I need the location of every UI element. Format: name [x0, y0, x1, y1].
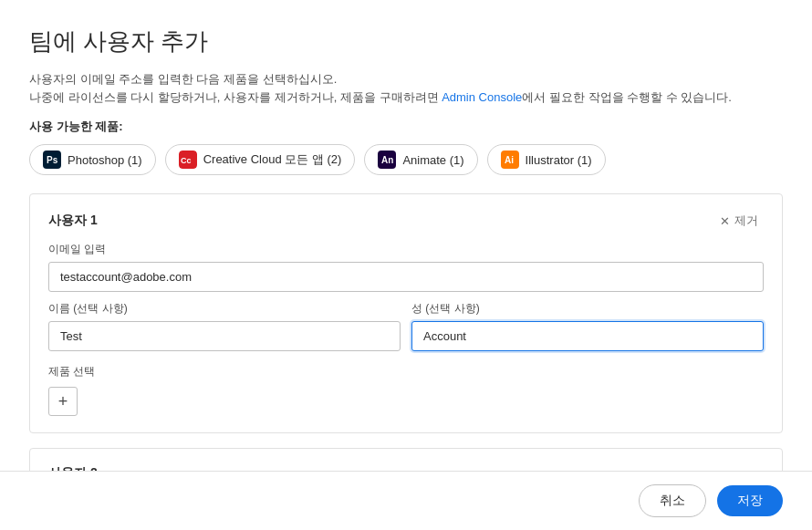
product-chip-ai[interactable]: Ai Illustrator (1): [487, 144, 606, 175]
svg-text:An: An: [381, 155, 393, 165]
plus-icon: +: [58, 393, 68, 410]
product-cc-label: Creative Cloud 모든 앱 (2): [203, 151, 342, 168]
svg-text:Ai: Ai: [505, 155, 514, 165]
scrollable-area: 팀에 사용자 추가 사용자의 이메일 주소를 입력한 다음 제품을 선택하십시오…: [0, 0, 812, 471]
user1-last-name-input[interactable]: [411, 321, 764, 351]
svg-text:Ps: Ps: [47, 155, 58, 165]
desc-line2-before: 나중에 라이선스를 다시 할당하거나, 사용자를 제거하거나, 제품을 구매하려…: [29, 90, 442, 104]
dialog-footer: 취소 저장: [0, 471, 812, 530]
cc-icon: Cc: [179, 151, 197, 169]
user1-name-row: 이름 (선택 사항) 성 (선택 사항): [48, 301, 764, 351]
user1-remove-button[interactable]: ✕ 제거: [714, 211, 764, 231]
an-icon: An: [378, 151, 396, 169]
svg-text:Cc: Cc: [181, 156, 192, 165]
product-an-label: Animate (1): [402, 153, 463, 167]
description: 사용자의 이메일 주소를 입력한 다음 제품을 선택하십시오. 나중에 라이선스…: [29, 70, 783, 106]
admin-console-link[interactable]: Admin Console: [442, 90, 522, 104]
product-ai-label: Illustrator (1): [526, 153, 592, 167]
products-section-label: 사용 가능한 제품:: [29, 119, 783, 135]
product-chip-an[interactable]: An Animate (1): [364, 144, 477, 175]
user1-first-name-field: 이름 (선택 사항): [48, 301, 401, 351]
user1-title: 사용자 1: [48, 213, 98, 229]
user1-email-input[interactable]: [48, 262, 764, 292]
user1-first-name-input[interactable]: [48, 321, 401, 351]
user1-add-product-button[interactable]: +: [48, 387, 78, 416]
user2-section: 사용자 2 이메일 입력: [29, 448, 783, 471]
user1-email-label: 이메일 입력: [48, 242, 764, 257]
user1-remove-label: 제거: [734, 213, 758, 229]
dialog-content: 팀에 사용자 추가 사용자의 이메일 주소를 입력한 다음 제품을 선택하십시오…: [0, 0, 812, 471]
desc-line1: 사용자의 이메일 주소를 입력한 다음 제품을 선택하십시오.: [29, 72, 337, 86]
user1-section: 사용자 1 ✕ 제거 이메일 입력 이름 (선택 사항) 성 (선택 사항): [29, 193, 783, 433]
save-button[interactable]: 저장: [717, 485, 783, 516]
add-user-dialog: 팀에 사용자 추가 사용자의 이메일 주소를 입력한 다음 제품을 선택하십시오…: [0, 0, 812, 530]
user1-last-name-field: 성 (선택 사항): [411, 301, 764, 351]
user1-header: 사용자 1 ✕ 제거: [48, 211, 764, 231]
ps-icon: Ps: [43, 151, 61, 169]
product-ps-label: Photoshop (1): [68, 153, 142, 167]
products-row: Ps Photoshop (1) Cc Creative Cloud 모든 앱 …: [29, 144, 783, 175]
cancel-button[interactable]: 취소: [639, 484, 706, 517]
user1-product-select-label: 제품 선택: [48, 364, 764, 379]
desc-line2-after: 에서 필요한 작업을 수행할 수 있습니다.: [522, 90, 732, 104]
remove-x-icon: ✕: [720, 214, 730, 228]
user1-first-name-label: 이름 (선택 사항): [48, 301, 401, 317]
user1-last-name-label: 성 (선택 사항): [411, 301, 764, 317]
ai-icon: Ai: [501, 151, 519, 169]
product-chip-cc[interactable]: Cc Creative Cloud 모든 앱 (2): [165, 144, 356, 175]
product-chip-ps[interactable]: Ps Photoshop (1): [29, 144, 156, 175]
page-title: 팀에 사용자 추가: [29, 26, 783, 57]
